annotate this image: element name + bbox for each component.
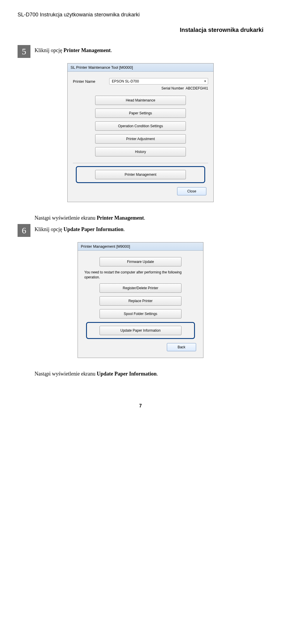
- replace-printer-button[interactable]: Replace Printer: [100, 296, 181, 306]
- step-number: 6: [18, 224, 30, 237]
- bottom-text-part: .: [157, 371, 158, 377]
- printer-management-window: Printer Management [M9000] Firmware Upda…: [78, 242, 203, 358]
- step-text: Kliknij opcję Update Paper Information.: [35, 224, 125, 237]
- step-text-part: .: [111, 47, 112, 53]
- step-text: Kliknij opcję Printer Management.: [35, 45, 112, 58]
- bottom-text-bold: Update Paper Information: [97, 371, 157, 377]
- step-6: 6 Kliknij opcję Update Paper Information…: [18, 224, 263, 237]
- history-button[interactable]: History: [95, 147, 186, 156]
- step-5: 5 Kliknij opcję Printer Management.: [18, 45, 263, 58]
- maintenance-tool-window: SL Printer Maintenance Tool [M0000] Prin…: [67, 63, 214, 202]
- back-button[interactable]: Back: [167, 343, 196, 351]
- callout-highlight: Update Paper Information: [86, 322, 195, 339]
- window-title: Printer Management [M9000]: [78, 242, 203, 251]
- printer-name-row: Printer Name EPSON SL-D700: [73, 78, 208, 85]
- update-paper-information-button[interactable]: Update Paper Information: [100, 326, 181, 335]
- step-text-bold: Update Paper Information: [64, 226, 124, 232]
- step-text-bold: Printer Management: [64, 47, 111, 53]
- callout-highlight: Printer Management: [76, 166, 205, 183]
- bottom-text-part: Nastąpi wyświetlenie ekranu: [35, 371, 97, 377]
- serial-label: Serial Number: [162, 86, 184, 90]
- page: SL-D700 Instrukcja użytkowania sterownik…: [0, 0, 281, 420]
- head-maintenance-button[interactable]: Head Maintenance: [95, 96, 186, 105]
- step-text-part: Kliknij opcję: [35, 226, 64, 232]
- step-number: 5: [18, 45, 30, 58]
- step-text-part: .: [124, 226, 125, 232]
- printer-name-label: Printer Name: [73, 79, 105, 84]
- serial-row: Serial Number ABCDEFGHI1: [73, 86, 208, 90]
- printer-name-select[interactable]: EPSON SL-D700: [109, 78, 208, 85]
- firmware-update-button[interactable]: Firmware Update: [100, 257, 181, 266]
- paper-settings-button[interactable]: Paper Settings: [95, 109, 186, 118]
- bottom-text: Nastąpi wyświetlenie ekranu Update Paper…: [35, 369, 263, 377]
- spool-folder-settings-button[interactable]: Spool Folder Settings: [100, 309, 181, 318]
- printer-management-button[interactable]: Printer Management: [95, 170, 186, 179]
- close-button[interactable]: Close: [177, 187, 206, 195]
- register-delete-printer-button[interactable]: Register/Delete Printer: [100, 283, 181, 293]
- mid-text: Nastąpi wyświetlenie ekranu Printer Mana…: [35, 213, 263, 221]
- window-title: SL Printer Maintenance Tool [M0000]: [68, 63, 213, 72]
- operation-condition-button[interactable]: Operation Condition Settings: [95, 121, 186, 131]
- running-head-left: SL-D700 Instrukcja użytkowania sterownik…: [18, 12, 263, 18]
- page-number: 7: [18, 403, 263, 409]
- serial-value: ABCDEFGHI1: [186, 86, 208, 90]
- window-body: Printer Name EPSON SL-D700 Serial Number…: [68, 72, 213, 202]
- mid-text-part: .: [144, 215, 145, 221]
- printer-adjustment-button[interactable]: Printer Adjustment: [95, 134, 186, 144]
- divider: [73, 163, 208, 163]
- mid-text-bold: Printer Management: [97, 215, 144, 221]
- step-text-part: Kliknij opcję: [35, 47, 64, 53]
- restart-note: You need to restart the computer after p…: [84, 270, 197, 280]
- mid-text-part: Nastąpi wyświetlenie ekranu: [35, 215, 97, 221]
- window-body: Firmware Update You need to restart the …: [78, 251, 203, 358]
- running-head-right: Instalacja sterownika drukarki: [18, 27, 263, 33]
